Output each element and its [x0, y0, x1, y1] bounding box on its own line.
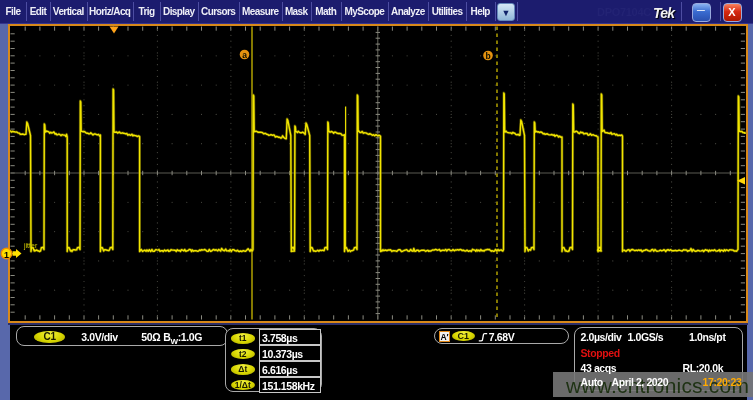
svg-text:a: a	[242, 50, 247, 60]
svg-text:1: 1	[4, 250, 9, 260]
svg-text:b: b	[485, 51, 490, 61]
svg-text:jitter: jitter	[23, 242, 38, 250]
